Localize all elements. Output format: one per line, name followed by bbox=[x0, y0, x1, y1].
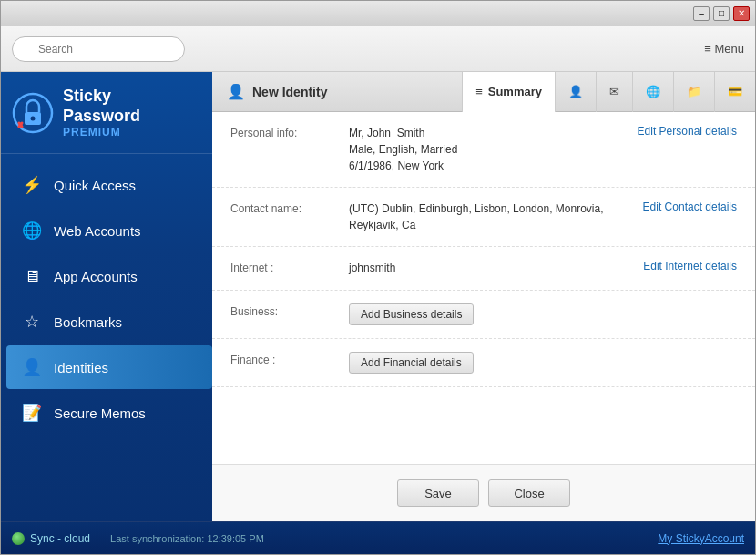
address-tab-icon: 📁 bbox=[687, 85, 701, 98]
sync-label: Sync - cloud bbox=[30, 532, 90, 545]
svg-point-2 bbox=[31, 116, 36, 120]
maximize-button[interactable]: □ bbox=[713, 6, 730, 21]
secure-memos-icon: 📝 bbox=[21, 402, 43, 424]
contact-name-value: (UTC) Dublin, Edinburgh, Lisbon, London,… bbox=[349, 200, 636, 233]
logo-name: Sticky Password bbox=[63, 87, 140, 126]
top-bar: 🔍 ≡ Menu bbox=[1, 26, 755, 72]
tab-photo[interactable]: 👤 bbox=[555, 72, 596, 112]
identity-person-icon: 👤 bbox=[227, 83, 245, 100]
photo-tab-icon: 👤 bbox=[568, 85, 583, 98]
bookmarks-icon: ☆ bbox=[21, 311, 43, 333]
sidebar-item-secure-memos[interactable]: 📝 Secure Memos bbox=[6, 391, 207, 435]
app-accounts-icon: 🖥 bbox=[21, 265, 43, 287]
minimize-button[interactable]: – bbox=[693, 6, 710, 21]
business-row: Business: Add Business details bbox=[212, 291, 755, 339]
edit-personal-link[interactable]: Edit Personal details bbox=[638, 125, 737, 138]
business-value: Add Business details bbox=[349, 303, 737, 325]
footer-buttons: Save Close bbox=[212, 464, 755, 521]
title-bar-controls: – □ ✕ bbox=[693, 6, 750, 21]
identity-tabs: ≡ Summary 👤 ✉ 🌐 📁 bbox=[462, 72, 755, 111]
summary-tab-icon: ≡ bbox=[475, 85, 483, 98]
detail-content: Personal info: Mr, John Smith Male, Engl… bbox=[212, 112, 755, 464]
logo-text-area: Sticky Password PREMIUM bbox=[63, 87, 140, 139]
add-business-button[interactable]: Add Business details bbox=[349, 303, 474, 325]
email-tab-icon: ✉ bbox=[609, 85, 619, 98]
personal-info-label: Personal info: bbox=[230, 125, 349, 139]
web-accounts-icon: 🌐 bbox=[21, 220, 43, 242]
contact-name-label: Contact name: bbox=[230, 200, 349, 215]
contact-name-row: Contact name: (UTC) Dublin, Edinburgh, L… bbox=[212, 188, 755, 247]
internet-row: Internet : johnsmith Edit Internet detai… bbox=[212, 247, 755, 291]
tab-email[interactable]: ✉ bbox=[596, 72, 632, 112]
sidebar-item-quick-access[interactable]: ⚡ Quick Access bbox=[6, 163, 207, 207]
edit-internet-link[interactable]: Edit Internet details bbox=[643, 260, 737, 272]
sidebar-label-bookmarks: Bookmarks bbox=[54, 314, 122, 330]
identity-title-section: 👤 New Identity bbox=[212, 72, 462, 111]
status-bar: Sync - cloud Last synchronization: 12:39… bbox=[1, 521, 755, 554]
web-tab-icon: 🌐 bbox=[646, 85, 660, 98]
search-wrapper: 🔍 bbox=[12, 36, 303, 62]
add-finance-button[interactable]: Add Financial details bbox=[349, 352, 474, 374]
logo-premium: PREMIUM bbox=[63, 126, 140, 139]
sidebar-item-bookmarks[interactable]: ☆ Bookmarks bbox=[6, 300, 207, 344]
identities-icon: 👤 bbox=[21, 356, 43, 378]
sync-dot bbox=[12, 532, 25, 545]
main-layout: Sticky Password PREMIUM ⚡ Quick Access 🌐… bbox=[1, 72, 755, 521]
finance-value: Add Financial details bbox=[349, 352, 737, 374]
sidebar-label-secure-memos: Secure Memos bbox=[54, 406, 146, 421]
edit-contact-link[interactable]: Edit Contact details bbox=[643, 200, 737, 213]
finance-row: Finance : Add Financial details bbox=[212, 339, 755, 387]
sidebar-label-app-accounts: App Accounts bbox=[54, 269, 138, 284]
menu-button[interactable]: ≡ Menu bbox=[704, 42, 744, 56]
tab-web[interactable]: 🌐 bbox=[632, 72, 673, 112]
personal-info-value: Mr, John Smith Male, English, Married 6/… bbox=[349, 125, 630, 174]
tab-summary[interactable]: ≡ Summary bbox=[462, 72, 555, 112]
sidebar: Sticky Password PREMIUM ⚡ Quick Access 🌐… bbox=[1, 72, 212, 521]
sidebar-item-app-accounts[interactable]: 🖥 App Accounts bbox=[6, 254, 207, 298]
sync-time: Last synchronization: 12:39:05 PM bbox=[110, 533, 264, 544]
summary-tab-label: Summary bbox=[488, 85, 542, 98]
title-bar: – □ ✕ bbox=[1, 1, 755, 26]
sidebar-label-identities: Identities bbox=[54, 360, 108, 375]
nav-items: ⚡ Quick Access 🌐 Web Accounts 🖥 App Acco… bbox=[1, 154, 212, 444]
personal-info-row: Personal info: Mr, John Smith Male, Engl… bbox=[212, 112, 755, 188]
identity-title: New Identity bbox=[252, 85, 327, 99]
internet-label: Internet : bbox=[230, 260, 349, 274]
save-button[interactable]: Save bbox=[397, 479, 479, 507]
tab-address[interactable]: 📁 bbox=[673, 72, 714, 112]
search-input[interactable] bbox=[12, 36, 185, 62]
sidebar-label-quick-access: Quick Access bbox=[54, 178, 136, 193]
app-window: – □ ✕ 🔍 ≡ Menu bbox=[0, 0, 756, 555]
sidebar-item-identities[interactable]: 👤 Identities bbox=[6, 345, 212, 389]
close-button[interactable]: ✕ bbox=[733, 6, 750, 21]
identity-header: 👤 New Identity ≡ Summary 👤 ✉ 🌐 bbox=[212, 72, 755, 112]
tab-card[interactable]: 💳 bbox=[714, 72, 755, 112]
quick-access-icon: ⚡ bbox=[21, 174, 43, 196]
card-tab-icon: 💳 bbox=[728, 85, 742, 98]
internet-value: johnsmith bbox=[349, 260, 636, 276]
close-button-footer[interactable]: Close bbox=[488, 479, 570, 507]
sidebar-label-web-accounts: Web Accounts bbox=[54, 223, 141, 239]
sync-area: Sync - cloud Last synchronization: 12:39… bbox=[12, 532, 264, 545]
business-label: Business: bbox=[230, 303, 349, 318]
finance-label: Finance : bbox=[230, 352, 349, 366]
logo-area: Sticky Password PREMIUM bbox=[1, 72, 212, 154]
content-area: 👤 New Identity ≡ Summary 👤 ✉ 🌐 bbox=[212, 72, 755, 521]
my-sticky-account-link[interactable]: My StickyAccount bbox=[658, 532, 744, 545]
logo-icon bbox=[12, 92, 54, 134]
sidebar-item-web-accounts[interactable]: 🌐 Web Accounts bbox=[6, 209, 207, 252]
